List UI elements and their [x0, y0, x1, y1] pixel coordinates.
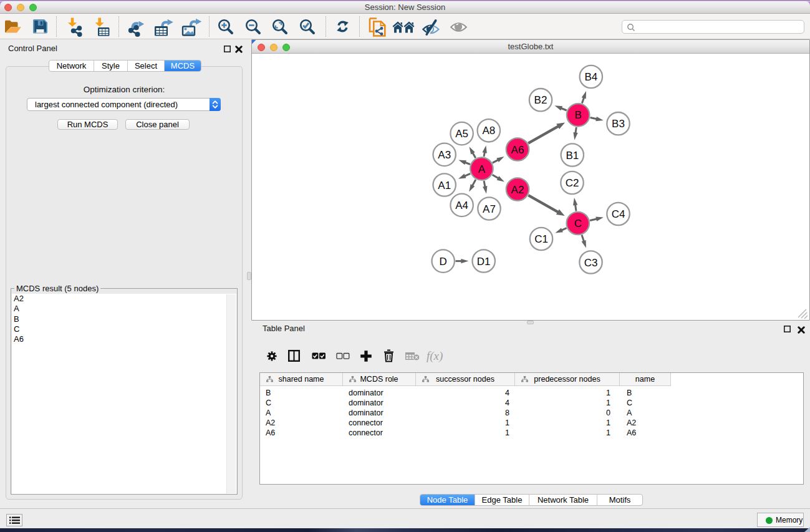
svg-text:A6: A6 [511, 144, 524, 156]
svg-text:B1: B1 [566, 150, 579, 162]
svg-text:A4: A4 [455, 200, 468, 211]
svg-text:B2: B2 [534, 94, 547, 106]
svg-text:C3: C3 [584, 257, 598, 269]
svg-text:C1: C1 [534, 233, 548, 245]
svg-text:A7: A7 [483, 203, 496, 215]
svg-text:B3: B3 [612, 118, 625, 130]
svg-text:B: B [574, 109, 581, 121]
svg-text:A8: A8 [482, 125, 495, 137]
svg-text:A2: A2 [511, 184, 524, 196]
svg-text:D1: D1 [477, 256, 491, 268]
svg-text:A5: A5 [455, 128, 468, 140]
svg-text:C: C [574, 218, 582, 230]
svg-text:D: D [440, 256, 447, 268]
svg-text:A: A [478, 163, 486, 175]
svg-text:C2: C2 [566, 177, 579, 189]
svg-text:C4: C4 [612, 208, 625, 220]
svg-text:A1: A1 [438, 180, 451, 191]
svg-text:A3: A3 [438, 149, 451, 161]
svg-text:B4: B4 [584, 71, 597, 83]
